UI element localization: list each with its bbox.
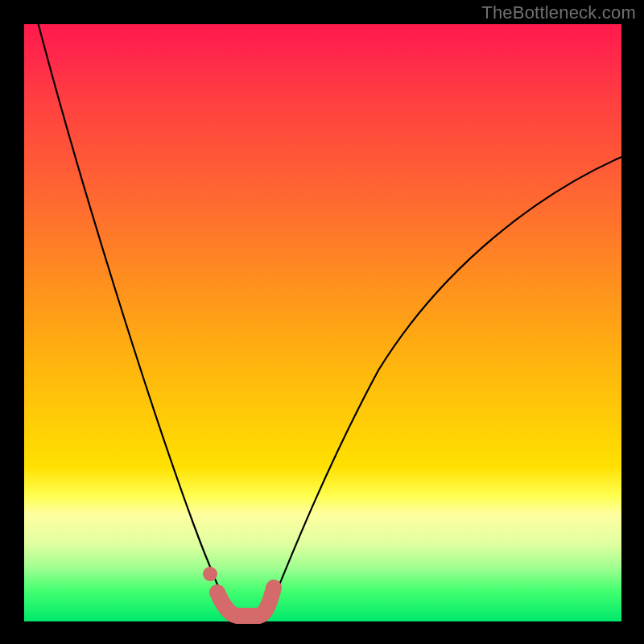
right-curve: [266, 157, 621, 618]
chart-frame: TheBottleneck.com: [0, 0, 644, 644]
curve-layer: [24, 24, 621, 621]
left-curve: [36, 16, 232, 618]
left-marker-dot: [203, 567, 217, 581]
watermark-label: TheBottleneck.com: [481, 2, 636, 23]
trough-highlight: [217, 588, 274, 616]
